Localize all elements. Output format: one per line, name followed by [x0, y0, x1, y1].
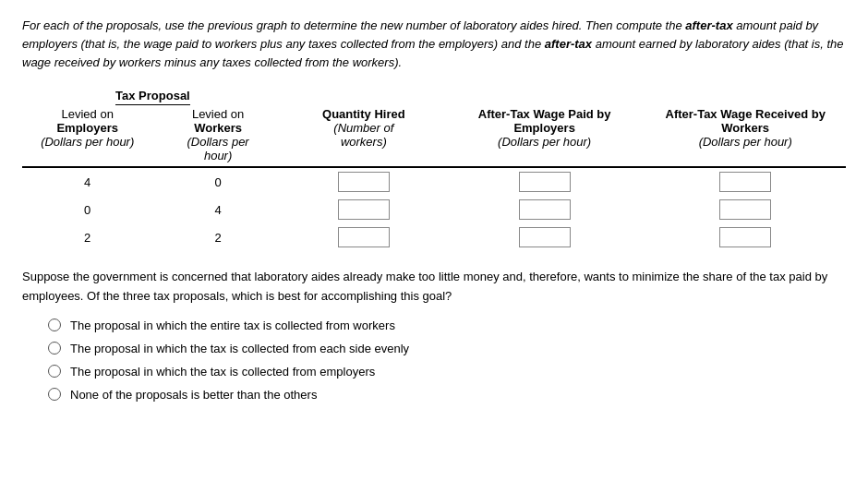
col2-sub3: hour)	[158, 149, 277, 162]
question-text: Suppose the government is concerned that…	[22, 268, 846, 305]
table-row: 4 0	[22, 167, 846, 196]
row1-col1: 4	[22, 167, 152, 196]
row3-aftertax-employers-input[interactable]	[519, 227, 571, 247]
option-4-label: None of the proposals is better than the…	[70, 388, 317, 402]
table-header-row1: Tax Proposal Quantity Hired (Number of w…	[22, 89, 846, 105]
col4-sub2: (Dollars per hour)	[450, 135, 640, 149]
table-row: 2 2	[22, 223, 846, 251]
option-3[interactable]: The proposal in which the tax is collect…	[48, 365, 846, 379]
radio-circle-2	[48, 342, 61, 355]
question-section: Suppose the government is concerned that…	[22, 268, 846, 305]
col3-sub: (Number of	[289, 121, 439, 135]
row3-quantity-input[interactable]	[338, 227, 390, 247]
col1-header: Levied on	[28, 107, 147, 121]
row1-col2: 0	[152, 167, 283, 196]
col3-header: Quantity Hired	[289, 107, 439, 121]
radio-circle-4	[48, 388, 61, 401]
col2-sub: Workers	[158, 121, 277, 135]
option-4[interactable]: None of the proposals is better than the…	[48, 388, 846, 402]
col3-sub2: workers)	[289, 135, 439, 149]
radio-circle-3	[48, 365, 61, 378]
tax-proposal-header: Tax Proposal	[115, 89, 190, 105]
option-2[interactable]: The proposal in which the tax is collect…	[48, 342, 846, 355]
row2-col1: 0	[22, 196, 152, 223]
row1-quantity-input[interactable]	[338, 172, 390, 192]
row3-col2: 2	[152, 223, 283, 251]
row3-col1: 2	[22, 223, 152, 251]
option-1-label: The proposal in which the entire tax is …	[70, 319, 395, 332]
row3-aftertax-workers-input[interactable]	[719, 227, 771, 247]
col4-sub: Employers	[450, 121, 640, 135]
col1-sub: Employers	[28, 121, 147, 135]
row2-quantity-input[interactable]	[338, 199, 390, 220]
radio-circle-1	[48, 319, 61, 331]
row2-aftertax-workers-input[interactable]	[719, 199, 771, 220]
option-1[interactable]: The proposal in which the entire tax is …	[48, 319, 846, 332]
option-2-label: The proposal in which the tax is collect…	[70, 342, 409, 355]
data-table: Tax Proposal Quantity Hired (Number of w…	[22, 89, 846, 251]
col5-sub2: (Dollars per hour)	[650, 135, 840, 149]
col2-sub2: (Dollars per	[158, 135, 277, 149]
intro-paragraph: For each of the proposals, use the previ…	[22, 17, 846, 72]
row1-aftertax-workers-input[interactable]	[719, 172, 771, 192]
row2-aftertax-employers-input[interactable]	[519, 199, 571, 220]
col2-header: Levied on	[158, 107, 277, 121]
col1-sub2: (Dollars per hour)	[41, 135, 134, 149]
col5-header: After-Tax Wage Received by	[650, 107, 840, 121]
col5-sub: Workers	[650, 121, 840, 135]
option-3-label: The proposal in which the tax is collect…	[70, 365, 375, 379]
row1-aftertax-employers-input[interactable]	[519, 172, 571, 192]
answer-options: The proposal in which the entire tax is …	[48, 319, 846, 402]
row2-col2: 4	[152, 196, 283, 223]
table-row: 0 4	[22, 196, 846, 223]
col4-header: After-Tax Wage Paid by	[450, 107, 640, 121]
